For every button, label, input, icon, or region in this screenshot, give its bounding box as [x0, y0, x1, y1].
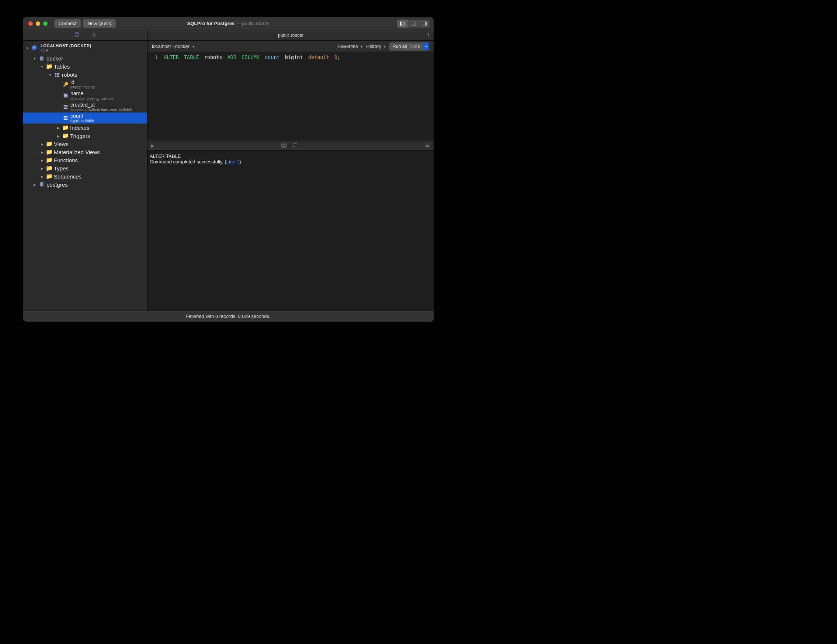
- folder-label: Materialized Views: [54, 149, 100, 155]
- schema-tree: LOCALHOST (DOCKER) 11.6 docker 📁 Tables: [23, 41, 147, 310]
- status-text: Finished with 0 records. 0.029 seconds.: [186, 314, 270, 319]
- connection-version: 11.6: [41, 48, 92, 53]
- matviews-node[interactable]: 📁 Materialized Views: [23, 148, 147, 156]
- table-node-robots[interactable]: robots: [23, 71, 147, 79]
- show-main-button[interactable]: [408, 20, 419, 28]
- disclosure-icon: [40, 166, 44, 171]
- panel-full-icon: [411, 21, 416, 26]
- grid-view-button[interactable]: [281, 143, 287, 149]
- close-window-button[interactable]: [28, 21, 33, 26]
- disclosure-icon: [48, 73, 53, 77]
- minimize-window-button[interactable]: [36, 21, 40, 26]
- new-query-button[interactable]: New Query: [83, 19, 116, 28]
- disclosure-icon: [40, 174, 44, 179]
- show-sidebar-button[interactable]: [397, 20, 408, 28]
- key-icon: 🔑: [63, 82, 69, 87]
- column-row-count[interactable]: count bigint, nullable: [23, 112, 147, 123]
- svg-rect-20: [64, 116, 68, 120]
- svg-rect-24: [282, 143, 286, 147]
- search-icon: [91, 32, 96, 37]
- status-bar: Finished with 0 records. 0.029 seconds.: [23, 310, 433, 322]
- svg-point-23: [40, 182, 44, 184]
- column-name: name: [71, 91, 113, 96]
- favorites-menu[interactable]: Favorites ▾: [338, 44, 363, 49]
- triggers-node[interactable]: 📁 Triggers: [23, 132, 147, 140]
- app-name: SQLPro for Postgres: [187, 21, 235, 26]
- document-title: public.robots: [242, 21, 269, 26]
- connection-name: LOCALHOST (DOCKER): [41, 44, 92, 48]
- column-row-name[interactable]: name character varying, nullable: [23, 90, 147, 101]
- column-name: count: [71, 113, 94, 119]
- svg-line-7: [94, 35, 95, 36]
- disclosure-icon: [33, 182, 37, 187]
- add-tab-button[interactable]: +: [427, 31, 431, 39]
- disclosure-icon: [33, 56, 37, 61]
- messages-view-button[interactable]: [292, 143, 297, 149]
- show-right-panel-button[interactable]: [419, 20, 430, 28]
- indexes-node[interactable]: 📁 Indexes: [23, 123, 147, 132]
- database-icon: [74, 32, 79, 37]
- body: LOCALHOST (DOCKER) 11.6 docker 📁 Tables: [23, 30, 433, 310]
- run-icon[interactable]: ▶: [151, 143, 154, 148]
- results-panel: ALTER TABLE Command completed successful…: [148, 151, 433, 310]
- disclosure-icon: [56, 126, 61, 130]
- search-mode-button[interactable]: [91, 32, 96, 38]
- table-label: robots: [62, 72, 77, 78]
- window-controls: [23, 21, 48, 26]
- run-all-button[interactable]: Run all ⇧⌘E ▾: [389, 43, 429, 51]
- layout-controls: [397, 20, 433, 28]
- types-node[interactable]: 📁 Types: [23, 164, 147, 172]
- folder-label: Types: [54, 165, 69, 171]
- panel-layout-segment: [397, 20, 430, 28]
- run-dropdown[interactable]: ▾: [423, 43, 429, 50]
- column-type: timestamp without time zone, nullable: [71, 108, 132, 112]
- column-type: bigint, nullable: [71, 119, 94, 123]
- disclosure-icon: [56, 134, 61, 138]
- column-type: character varying, nullable: [71, 97, 113, 101]
- column-name: created_at: [71, 102, 132, 108]
- result-line-link[interactable]: Line 1: [226, 159, 239, 164]
- folder-label: Functions: [54, 157, 78, 163]
- svg-rect-4: [425, 22, 427, 25]
- zoom-window-button[interactable]: [43, 21, 48, 26]
- connection-row[interactable]: LOCALHOST (DOCKER) 11.6: [23, 42, 147, 54]
- schema-mode-button[interactable]: [74, 32, 79, 38]
- database-node[interactable]: docker: [23, 54, 147, 63]
- sidebar-mode-switch: [23, 30, 147, 41]
- titlebar: Connect New Query SQLPro for Postgres — …: [23, 17, 433, 30]
- column-icon: [63, 104, 69, 110]
- connect-button[interactable]: Connect: [54, 19, 81, 28]
- svg-rect-1: [400, 22, 401, 25]
- svg-point-6: [92, 33, 95, 36]
- folder-icon: 📁: [46, 165, 52, 171]
- tables-node[interactable]: 📁 Tables: [23, 63, 147, 71]
- results-toolbar: ▶: [148, 141, 433, 151]
- disclosure-icon: [25, 46, 30, 50]
- column-row-id[interactable]: 🔑 id integer, not null: [23, 79, 147, 90]
- context-selector[interactable]: localhost - docker ▾: [152, 44, 194, 49]
- history-menu[interactable]: History ▾: [366, 44, 386, 49]
- result-header: ALTER TABLE: [150, 153, 432, 159]
- tab-active[interactable]: public.robots: [148, 33, 433, 38]
- database-label: postgres: [46, 181, 68, 188]
- message-icon: [292, 143, 297, 148]
- database-icon: [39, 181, 44, 187]
- disclosure-icon: [40, 150, 44, 154]
- views-node[interactable]: 📁 Views: [23, 140, 147, 148]
- sequences-node[interactable]: 📁 Sequences: [23, 172, 147, 181]
- query-bar: localhost - docker ▾ Favorites ▾ History…: [148, 41, 433, 53]
- column-icon: [63, 115, 69, 121]
- folder-icon: 📁: [46, 141, 52, 146]
- column-row-created-at[interactable]: created_at timestamp without time zone, …: [23, 102, 147, 112]
- database-label: docker: [46, 55, 63, 62]
- sql-editor[interactable]: 1 ALTER TABLE robots ADD COLUMN count bi…: [148, 53, 433, 141]
- chevron-down-icon: ▾: [192, 44, 194, 49]
- grid-icon: [281, 143, 287, 148]
- functions-node[interactable]: 📁 Functions: [23, 156, 147, 164]
- svg-point-8: [40, 56, 44, 58]
- toolbar-buttons: Connect New Query: [54, 19, 116, 28]
- database-node-postgres[interactable]: postgres: [23, 181, 147, 189]
- results-menu-button[interactable]: [425, 143, 430, 149]
- svg-rect-14: [64, 94, 68, 98]
- svg-point-5: [75, 33, 79, 34]
